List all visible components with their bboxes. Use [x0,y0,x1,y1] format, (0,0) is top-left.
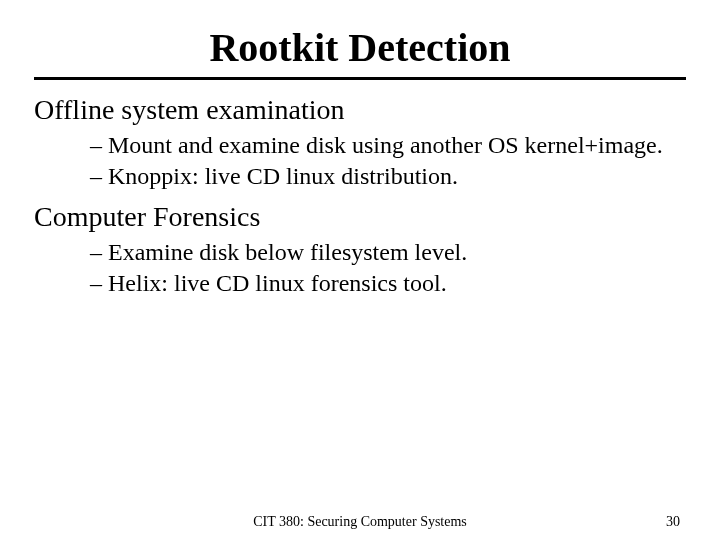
title-underline [34,77,686,80]
footer-page-number: 30 [666,514,680,530]
bullet-item: – Helix: live CD linux forensics tool. [90,268,686,299]
slide-title: Rootkit Detection [34,24,686,71]
bullet-item: – Knoppix: live CD linux distribution. [90,161,686,192]
bullet-group-2: – Examine disk below filesystem level. –… [90,237,686,298]
bullet-item: – Mount and examine disk using another O… [90,130,686,161]
bullet-group-1: – Mount and examine disk using another O… [90,130,686,191]
section-heading-1: Offline system examination [34,94,686,126]
bullet-item: – Examine disk below filesystem level. [90,237,686,268]
footer-course: CIT 380: Securing Computer Systems [0,514,720,530]
section-heading-2: Computer Forensics [34,201,686,233]
slide: Rootkit Detection Offline system examina… [0,0,720,540]
